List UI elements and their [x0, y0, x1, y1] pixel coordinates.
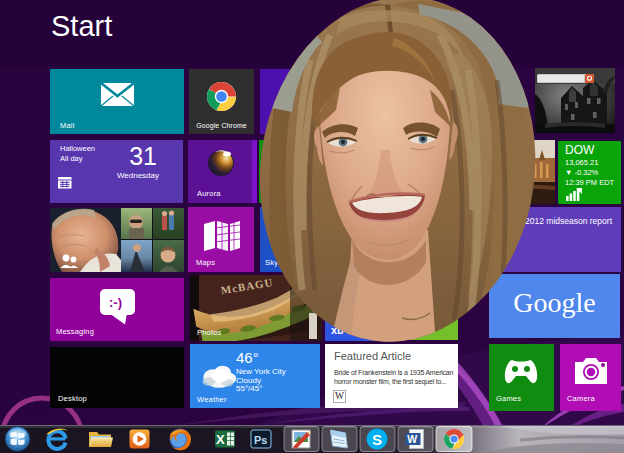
svg-text:S: S — [372, 431, 382, 448]
svg-text:W: W — [407, 433, 417, 445]
svg-text:X: X — [216, 432, 225, 447]
svg-text:Ps: Ps — [254, 434, 267, 446]
